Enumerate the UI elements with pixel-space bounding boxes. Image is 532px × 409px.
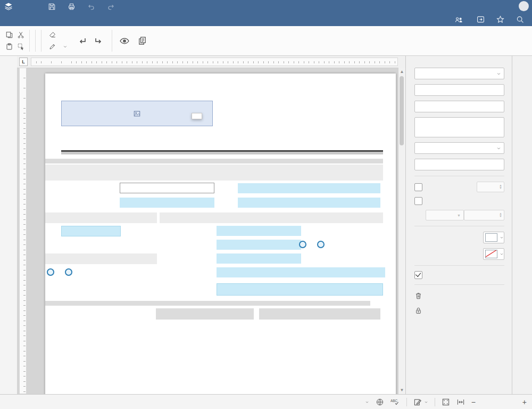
id-number-comb-field[interactable] xyxy=(217,283,383,296)
border-color-picker[interactable] xyxy=(483,232,504,243)
permanent-address-header xyxy=(259,308,380,320)
nationality-field[interactable] xyxy=(217,253,301,264)
char-limit-checkbox[interactable] xyxy=(414,183,427,191)
onlyoffice-window: L xyxy=(0,0,532,409)
clear-all-fields-button[interactable] xyxy=(48,31,68,39)
first-name-field[interactable] xyxy=(120,198,214,208)
save-icon[interactable] xyxy=(48,3,56,11)
char-limit-spinner[interactable]: ▲▼ xyxy=(477,182,504,192)
tag-input[interactable] xyxy=(414,101,504,112)
fit-page-icon[interactable] xyxy=(442,398,450,406)
dob-comb-field[interactable] xyxy=(61,226,121,236)
cell-width-mode-select[interactable]: ▼ xyxy=(426,210,464,220)
text-field-settings-panel: ▲▼ ▼ ▲▼ xyxy=(405,56,512,394)
lock-icon xyxy=(414,307,422,315)
cell-width-spinner[interactable]: ▲▼ xyxy=(464,210,504,220)
tip-input[interactable] xyxy=(414,117,504,137)
scrollbar-thumb[interactable] xyxy=(400,76,404,145)
logo-upload-field[interactable] xyxy=(61,101,213,126)
scroll-down-arrow[interactable]: ▼ xyxy=(398,387,405,394)
mailing-address-header xyxy=(156,308,254,320)
right-toolbar xyxy=(512,56,532,394)
logo-upload-tooltip xyxy=(192,113,202,119)
chevron-down-icon xyxy=(496,146,501,151)
undo-icon[interactable] xyxy=(87,3,95,11)
key-select[interactable] xyxy=(414,68,504,79)
cut-icon[interactable] xyxy=(17,31,25,39)
birth-country-field[interactable] xyxy=(217,240,301,250)
document-scrollbar[interactable]: ▲ ▼ xyxy=(398,68,405,394)
print-icon[interactable] xyxy=(68,3,76,11)
vertical-ruler[interactable] xyxy=(19,68,27,394)
eraser-icon xyxy=(48,31,56,39)
comb-checkbox[interactable] xyxy=(414,197,504,205)
gender-female-radio[interactable] xyxy=(65,268,74,277)
spellcheck-icon[interactable]: ABC xyxy=(390,398,400,406)
user-avatar[interactable] xyxy=(519,1,529,11)
document-language-globe-icon[interactable] xyxy=(376,398,384,406)
chevron-down-icon xyxy=(500,235,504,240)
placeholder-input[interactable] xyxy=(414,84,504,96)
document-page xyxy=(45,73,396,394)
gender-male-radio[interactable] xyxy=(47,268,56,277)
second-nationality-field[interactable] xyxy=(217,267,301,277)
copy-icon[interactable] xyxy=(5,31,13,39)
tabstop-selector[interactable]: L xyxy=(19,58,28,66)
gender-header xyxy=(45,253,157,264)
svg-text:ABC: ABC xyxy=(390,399,398,403)
left-sidebar xyxy=(0,56,17,394)
zoom-out-button[interactable]: − xyxy=(471,398,476,406)
trash-icon xyxy=(414,292,422,300)
last-name-field[interactable] xyxy=(120,183,214,193)
menubar xyxy=(0,13,532,26)
document-canvas[interactable]: ▲ ▼ xyxy=(17,68,405,394)
view-form-eye-icon[interactable] xyxy=(119,36,130,46)
search-icon[interactable] xyxy=(516,15,525,24)
select-all-icon[interactable] xyxy=(17,43,25,51)
save-as-form-icon[interactable] xyxy=(137,36,147,46)
fit-width-icon[interactable] xyxy=(456,398,465,406)
nationality-header xyxy=(160,212,383,223)
dob-header xyxy=(45,212,157,223)
language-selector[interactable] xyxy=(363,400,369,404)
current-visa-field[interactable] xyxy=(299,267,385,277)
form-toolbar xyxy=(0,26,532,56)
section-a-header xyxy=(61,150,383,154)
scroll-up-arrow[interactable]: ▲ xyxy=(398,68,405,75)
editing-mode-selector[interactable] xyxy=(413,398,428,406)
open-file-location-icon[interactable] xyxy=(476,15,485,24)
titlebar xyxy=(0,0,532,13)
favorite-star-icon[interactable] xyxy=(496,15,505,24)
paste-icon[interactable] xyxy=(5,43,13,51)
delete-field-button[interactable] xyxy=(414,292,504,300)
symbols-input[interactable] xyxy=(414,159,504,170)
onlyoffice-logo-icon xyxy=(4,2,13,11)
redo-icon[interactable] xyxy=(107,3,115,11)
highlight-settings-button[interactable] xyxy=(48,43,68,51)
chevron-down-icon xyxy=(63,44,68,49)
document-area: L xyxy=(17,56,405,394)
section-a1-header xyxy=(45,159,383,163)
visa-yes-radio[interactable] xyxy=(299,241,309,249)
permanent-residence-field[interactable] xyxy=(217,226,301,236)
format-select[interactable] xyxy=(414,142,504,154)
share-button[interactable] xyxy=(454,15,466,24)
statusbar: ABC − + xyxy=(0,394,532,409)
horizontal-ruler[interactable] xyxy=(31,58,398,66)
zoom-in-button[interactable]: + xyxy=(522,398,527,406)
share-users-icon xyxy=(454,15,463,24)
chevron-down-icon xyxy=(500,252,504,256)
background-color-picker[interactable] xyxy=(483,248,504,260)
section-a2-header xyxy=(45,301,370,306)
former-last-name-field[interactable] xyxy=(238,183,380,193)
visa-no-radio[interactable] xyxy=(317,241,327,249)
edit-mode-icon xyxy=(413,398,422,406)
former-first-name-field[interactable] xyxy=(238,198,380,208)
chevron-down-icon xyxy=(424,400,428,404)
required-checkbox[interactable] xyxy=(414,271,504,279)
next-field-icon[interactable] xyxy=(94,36,105,46)
id-number-note xyxy=(45,282,217,291)
former-name-note xyxy=(261,171,383,174)
lock-field-button[interactable] xyxy=(414,307,504,315)
previous-field-icon[interactable] xyxy=(76,36,87,46)
